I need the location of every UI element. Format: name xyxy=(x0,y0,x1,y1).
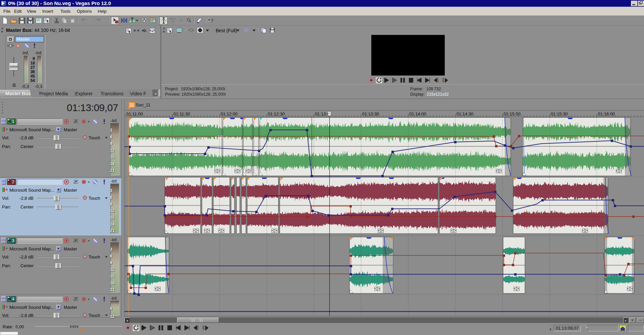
svg-text:?: ? xyxy=(29,19,32,23)
svg-text:Son_11: Son_11 xyxy=(136,102,151,107)
svg-text:?: ? xyxy=(211,18,214,23)
svg-text:11: 11 xyxy=(130,102,135,107)
svg-text:Best (Full): Best (Full) xyxy=(216,28,237,33)
